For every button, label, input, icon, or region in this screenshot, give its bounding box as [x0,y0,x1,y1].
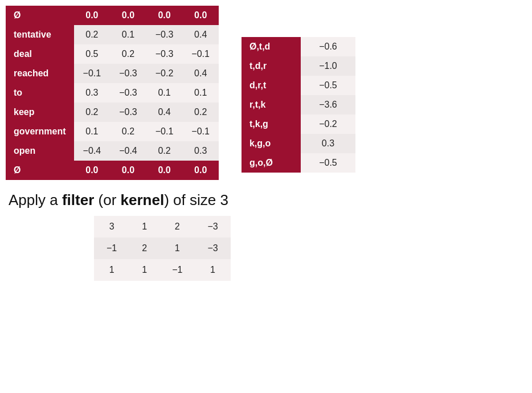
left-cell: 0.4 [182,64,219,83]
kernel-table: 312−3−121−311−11 [94,216,231,281]
left-cell: 0.2 [110,44,146,64]
left-row-label: Ø [6,161,74,180]
kernel-cell: 1 [94,259,129,281]
left-table-row: to0.3−0.30.10.1 [6,83,219,103]
kernel-row: 11−11 [94,259,231,281]
left-row-label: reached [6,64,74,83]
right-cell: −1.0 [301,56,355,76]
left-cell: −0.1 [182,122,219,141]
kernel-row: 312−3 [94,216,231,238]
right-cell: −3.6 [301,95,355,114]
right-table-row: t,k,g−0.2 [242,114,355,134]
left-row-label: Ø [6,6,74,25]
kernel-cell: 2 [159,216,195,238]
kernel-cell: −3 [195,216,230,238]
left-table-row: reached−0.1−0.3−0.20.4 [6,64,219,83]
filter-middle: (or [94,191,120,208]
left-cell: 0.0 [182,6,219,25]
left-cell: 0.2 [74,103,111,122]
kernel-cell: 1 [129,259,159,281]
right-row-label: g,o,Ø [242,153,301,173]
kernel-keyword: kernel [121,191,165,208]
right-row-label: d,r,t [242,76,301,95]
filter-description: Apply a filter (or kernel) of size 3 [9,191,526,209]
left-cell: −0.3 [146,44,183,64]
kernel-cell: 1 [159,238,195,259]
left-table-row: Ø0.00.00.00.0 [6,6,219,25]
left-row-label: open [6,141,74,161]
kernel-cell: −3 [195,238,230,259]
left-cell: 0.2 [182,103,219,122]
filter-keyword: filter [62,191,94,208]
left-cell: 0.3 [74,83,111,103]
right-table-row: g,o,Ø−0.5 [242,153,355,173]
left-row-label: to [6,83,74,103]
bottom-section: Apply a filter (or kernel) of size 3 312… [6,191,526,281]
left-cell: 0.0 [110,6,146,25]
right-table-row: k,g,o0.3 [242,134,355,153]
right-row-label: k,g,o [242,134,301,153]
right-cell: −0.5 [301,76,355,95]
left-table-row: keep0.2−0.30.40.2 [6,103,219,122]
right-table-row: r,t,k−3.6 [242,95,355,114]
left-row-label: deal [6,44,74,64]
left-cell: −0.3 [110,83,146,103]
right-row-label: t,k,g [242,114,301,134]
left-cell: 0.4 [182,25,219,44]
right-cell: −0.5 [301,153,355,173]
left-cell: 0.0 [146,6,183,25]
left-cell: −0.3 [110,64,146,83]
left-cell: 0.4 [146,103,183,122]
left-cell: −0.1 [74,64,111,83]
left-table-row: tentative0.20.1−0.30.4 [6,25,219,44]
left-cell: −0.4 [110,141,146,161]
left-cell: 0.0 [110,161,146,180]
left-row-label: government [6,122,74,141]
left-row-label: keep [6,103,74,122]
left-cell: −0.4 [74,141,111,161]
right-cell: −0.6 [301,37,355,56]
filter-prefix: Apply a [9,191,62,208]
left-table-row: deal0.50.2−0.3−0.1 [6,44,219,64]
left-cell: 0.1 [182,83,219,103]
left-cell: −0.1 [146,122,183,141]
right-row-label: r,t,k [242,95,301,114]
left-table-row: open−0.4−0.40.20.3 [6,141,219,161]
filter-suffix: ) of size 3 [164,191,228,208]
left-cell: −0.2 [146,64,183,83]
right-row-label: t,d,r [242,56,301,76]
kernel-row: −121−3 [94,238,231,259]
left-cell: 0.2 [110,122,146,141]
kernel-cell: −1 [159,259,195,281]
left-cell: 0.5 [74,44,111,64]
kernel-cell: 3 [94,216,129,238]
left-table-row: Ø0.00.00.00.0 [6,161,219,180]
left-cell: 0.0 [74,161,111,180]
left-cell: 0.2 [146,141,183,161]
right-table-row: Ø,t,d−0.6 [242,37,355,56]
right-table-row: d,r,t−0.5 [242,76,355,95]
left-table: Ø0.00.00.00.0tentative0.20.1−0.30.4deal0… [6,6,219,180]
kernel-cell: 1 [195,259,230,281]
right-table: Ø,t,d−0.6t,d,r−1.0d,r,t−0.5r,t,k−3.6t,k,… [242,37,355,173]
left-cell: 0.3 [182,141,219,161]
left-cell: −0.3 [110,103,146,122]
left-row-label: tentative [6,25,74,44]
left-cell: 0.0 [74,6,111,25]
left-cell: −0.3 [146,25,183,44]
right-row-label: Ø,t,d [242,37,301,56]
left-cell: −0.1 [182,44,219,64]
left-cell: 0.1 [110,25,146,44]
left-cell: 0.1 [74,122,111,141]
kernel-cell: −1 [94,238,129,259]
kernel-cell: 1 [129,216,159,238]
left-cell: 0.0 [146,161,183,180]
left-cell: 0.0 [182,161,219,180]
right-cell: 0.3 [301,134,355,153]
right-cell: −0.2 [301,114,355,134]
left-cell: 0.2 [74,25,111,44]
main-container: Ø0.00.00.00.0tentative0.20.1−0.30.4deal0… [6,6,526,180]
kernel-cell: 2 [129,238,159,259]
left-cell: 0.1 [146,83,183,103]
right-table-row: t,d,r−1.0 [242,56,355,76]
